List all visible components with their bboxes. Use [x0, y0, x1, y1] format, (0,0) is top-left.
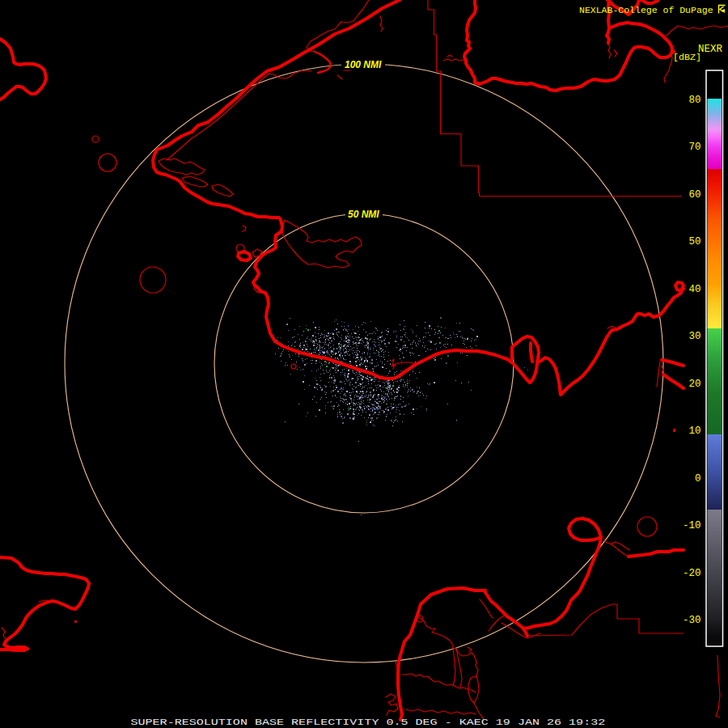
svg-text:-30: -30 [683, 615, 701, 626]
svg-text:20: 20 [688, 379, 700, 390]
svg-text:100 NMI: 100 NMI [345, 59, 382, 70]
svg-text:70: 70 [688, 142, 700, 153]
svg-text:10: 10 [688, 425, 700, 437]
svg-text:NEXLAB-College of DuPage: NEXLAB-College of DuPage [579, 5, 713, 15]
svg-text:[dBZ]: [dBZ] [673, 52, 701, 63]
svg-text:SUPER-RESOLUTION BASE REFLECTI: SUPER-RESOLUTION BASE REFLECTIVITY 0.5 D… [131, 717, 606, 728]
svg-text:60: 60 [688, 189, 700, 201]
svg-text:80: 80 [688, 95, 700, 106]
svg-text:30: 30 [688, 331, 700, 342]
svg-text:50: 50 [688, 236, 700, 248]
svg-text:50 NMI: 50 NMI [348, 209, 379, 220]
svg-text:0: 0 [695, 473, 701, 485]
svg-text:NEXR: NEXR [698, 44, 723, 55]
svg-text:40: 40 [688, 284, 700, 295]
svg-text:-20: -20 [683, 568, 701, 579]
svg-text:-10: -10 [683, 520, 701, 531]
